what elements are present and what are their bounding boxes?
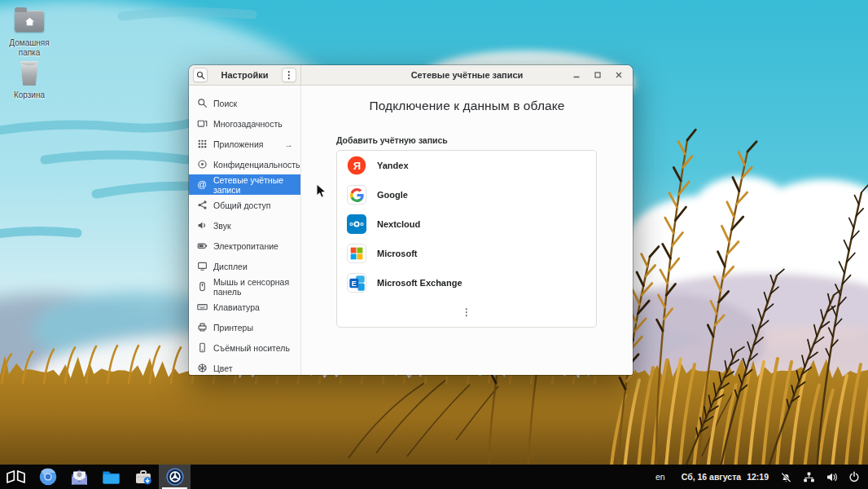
main-panel: Подключение к данным в облаке Добавить у… — [301, 86, 633, 375]
sidebar-item-removable-media[interactable]: Съёмный носитель — [189, 337, 300, 358]
providers-list: ЯYandexGoogleNextcloudMicrosoftEMicrosof… — [337, 151, 596, 297]
app-title: Настройки — [221, 70, 268, 80]
trash-icon — [19, 61, 40, 86]
sidebar-item-displays[interactable]: Дисплеи — [189, 256, 300, 276]
maximize-button[interactable] — [592, 69, 603, 81]
provider-name: Nextcloud — [377, 219, 420, 229]
maximize-icon — [594, 71, 602, 79]
provider-row-google[interactable]: Google — [337, 180, 596, 209]
sidebar-item-search[interactable]: Поиск — [189, 93, 300, 113]
mouse-icon — [196, 281, 208, 293]
sidebar-item-apps[interactable]: Приложения→ — [189, 134, 300, 154]
sidebar-item-label: Конфиденциальность — [213, 160, 300, 170]
headerbar: Настройки ⋮ Сетевые учётные записи — [189, 65, 633, 86]
headerbar-right: Сетевые учётные записи — [301, 65, 633, 85]
headerbar-left: Настройки ⋮ — [189, 65, 301, 85]
sidebar-item-label: Приложения — [213, 139, 263, 149]
search-icon — [196, 98, 208, 109]
notifications-off-icon[interactable] — [780, 471, 792, 483]
sharing-icon — [196, 200, 208, 211]
sidebar-item-color[interactable]: Цвет — [189, 358, 300, 375]
volume-icon[interactable] — [826, 471, 838, 483]
mail-app-button[interactable]: @ — [64, 465, 95, 489]
provider-row-nextcloud[interactable]: Nextcloud — [337, 209, 596, 239]
settings-icon — [166, 468, 184, 486]
settings-app-button[interactable] — [159, 465, 191, 489]
apps-icon — [196, 139, 208, 150]
desktop-icon-label: Домашняя папка — [1, 38, 58, 57]
more-providers-button[interactable]: ⋮ — [337, 297, 596, 327]
sidebar-item-label: Общий доступ — [213, 200, 271, 210]
close-button[interactable] — [613, 69, 625, 81]
software-icon — [134, 469, 152, 486]
sidebar-item-multitasking[interactable]: Многозадачность — [189, 113, 300, 134]
provider-row-exchange[interactable]: EMicrosoft Exchange — [337, 268, 596, 297]
search-button[interactable] — [193, 68, 208, 82]
clock-time[interactable]: 12:19 — [747, 472, 769, 482]
sidebar-item-label: Цвет — [213, 363, 233, 373]
sidebar-item-printers[interactable]: Принтеры — [189, 317, 300, 337]
svg-text:Я: Я — [353, 160, 361, 172]
sidebar-item-label: Многозадачность — [213, 119, 283, 129]
sidebar-item-keyboard[interactable]: Клавиатура — [189, 297, 300, 317]
chromium-app-button[interactable] — [32, 465, 64, 489]
sidebar-item-label: Поиск — [213, 99, 237, 108]
online-accounts-icon: @ — [196, 179, 208, 191]
clock-date[interactable]: Сб, 16 августа — [682, 472, 741, 482]
provider-name: Google — [377, 190, 408, 200]
sidebar-item-label: Звук — [213, 221, 231, 231]
microsoft-logo-icon — [347, 244, 366, 263]
sidebar-item-mouse[interactable]: Мышь и сенсорная панель — [189, 276, 300, 297]
sidebar-item-label: Съёмный носитель — [213, 343, 290, 353]
color-icon — [196, 363, 208, 374]
provider-name: Yandex — [377, 161, 409, 170]
sidebar-item-sound[interactable]: Звук — [189, 215, 300, 236]
yandex-logo-icon: Я — [347, 156, 366, 175]
multitasking-icon — [196, 118, 208, 130]
provider-name: Microsoft Exchange — [377, 278, 462, 288]
google-logo-icon — [347, 185, 366, 205]
files-icon — [102, 469, 121, 485]
sidebar-item-label: Электропитание — [213, 241, 278, 251]
sidebar-item-sharing[interactable]: Общий доступ — [189, 195, 300, 215]
window-controls — [571, 69, 633, 81]
sidebar-item-label: Принтеры — [213, 323, 253, 333]
power-icon[interactable] — [848, 471, 860, 482]
power-icon — [196, 240, 208, 252]
window-body: ПоискМногозадачностьПриложения→Конфиденц… — [189, 86, 633, 375]
svg-text:@: @ — [77, 472, 82, 477]
desktop-icon-label: Корзина — [14, 90, 45, 100]
add-account-label: Добавить учётную запись — [336, 135, 633, 145]
displays-icon — [196, 261, 208, 272]
menu-button[interactable]: ⋮ — [282, 68, 296, 82]
settings-window: Настройки ⋮ Сетевые учётные записи Поиск… — [189, 65, 633, 375]
sidebar-item-label: Мышь и сенсорная панель — [213, 277, 293, 297]
taskbar-status-area: en Сб, 16 августа 12:19 — [655, 471, 868, 483]
sidebar-item-power[interactable]: Электропитание — [189, 236, 300, 256]
chromium-icon — [39, 468, 57, 486]
sidebar: ПоискМногозадачностьПриложения→Конфиденц… — [189, 86, 301, 375]
minimize-button[interactable] — [571, 69, 582, 81]
network-icon[interactable] — [803, 471, 815, 483]
sidebar-item-label: Клавиатура — [213, 302, 260, 312]
workspaces-app-button[interactable] — [0, 465, 32, 489]
keyboard-layout-indicator[interactable]: en — [655, 472, 665, 482]
sidebar-item-privacy[interactable]: Конфиденциальность→ — [189, 154, 300, 174]
desktop-icon-home-folder[interactable]: Домашняя папка — [0, 7, 59, 57]
software-app-button[interactable] — [127, 465, 159, 489]
providers-card: ЯYandexGoogleNextcloudMicrosoftEMicrosof… — [336, 150, 597, 328]
desktop-icon-trash[interactable]: Корзина — [0, 59, 59, 100]
provider-row-microsoft[interactable]: Microsoft — [337, 239, 596, 268]
provider-name: Microsoft — [377, 249, 418, 258]
taskbar: @ en Сб, 16 августа 12:19 — [0, 465, 868, 489]
provider-row-yandex[interactable]: ЯYandex — [337, 151, 596, 180]
files-app-button[interactable] — [95, 465, 127, 489]
home-folder-icon — [15, 11, 44, 32]
chevron-right-icon: → — [284, 139, 293, 149]
exchange-logo-icon: E — [347, 273, 366, 293]
printers-icon — [196, 322, 208, 333]
panel-heading: Подключение к данным в облаке — [301, 99, 633, 113]
keyboard-icon — [196, 302, 208, 313]
sidebar-item-online-accounts[interactable]: @Сетевые учётные записи — [189, 174, 300, 195]
kebab-menu-icon: ⋮ — [284, 70, 294, 80]
